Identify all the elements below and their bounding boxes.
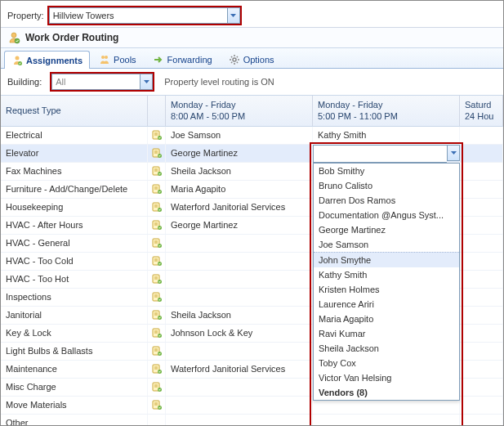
cell-shift1-assignee[interactable]: George Martinez bbox=[166, 145, 313, 162]
col-icon bbox=[148, 96, 166, 126]
dropdown-item[interactable]: Documentation @Angus Syst... bbox=[314, 208, 459, 222]
cell-shift3-assignee[interactable] bbox=[460, 163, 503, 180]
tab-pools[interactable]: Pools bbox=[91, 50, 144, 68]
cell-shift3-assignee[interactable] bbox=[460, 361, 503, 378]
assignee-editor[interactable] bbox=[313, 145, 460, 163]
col-request-type[interactable]: Request Type bbox=[1, 96, 148, 126]
tab-assignments[interactable]: Assignments bbox=[4, 51, 90, 69]
cell-request-type: Move Materials bbox=[1, 397, 148, 414]
cell-request-type: HVAC - General bbox=[1, 235, 148, 252]
dropdown-item[interactable]: Maria Agapito bbox=[314, 312, 459, 326]
svg-marker-16 bbox=[144, 80, 149, 83]
dropdown-item[interactable]: Bruno Calisto bbox=[314, 178, 459, 193]
dropdown-item[interactable]: Darren Dos Ramos bbox=[314, 193, 459, 208]
col-shift-2[interactable]: Monday - Friday 5:00 PM - 11:00 PM bbox=[313, 96, 460, 126]
work-order-icon bbox=[148, 253, 166, 270]
cell-shift3-assignee[interactable] bbox=[460, 343, 503, 360]
cell-shift1-assignee[interactable]: Sheila Jackson bbox=[166, 307, 313, 324]
dropdown-item[interactable]: Kathy Smith bbox=[314, 267, 459, 282]
dropdown-item[interactable]: Kristen Holmes bbox=[314, 282, 459, 297]
building-select-input[interactable] bbox=[51, 74, 140, 90]
cell-request-type: Misc Charge bbox=[1, 379, 148, 396]
cell-shift1-assignee[interactable]: George Martinez bbox=[166, 217, 313, 234]
cell-request-type: Fax Machines bbox=[1, 163, 148, 180]
cell-request-type: Light Bulbs & Ballasts bbox=[1, 343, 148, 360]
forwarding-icon bbox=[153, 54, 164, 65]
property-select-input[interactable] bbox=[49, 7, 227, 24]
cell-shift1-assignee[interactable]: Johnson Lock & Key bbox=[166, 325, 313, 342]
cell-shift3-assignee[interactable] bbox=[460, 181, 503, 198]
cell-shift3-assignee[interactable] bbox=[460, 379, 503, 396]
property-select[interactable] bbox=[49, 7, 240, 24]
dropdown-item[interactable]: George Martinez bbox=[314, 222, 459, 237]
cell-shift3-assignee[interactable] bbox=[460, 289, 503, 306]
work-order-icon bbox=[148, 379, 166, 396]
routing-status-text: Property level routing is ON bbox=[164, 77, 274, 87]
cell-shift3-assignee[interactable] bbox=[460, 325, 503, 342]
svg-line-13 bbox=[236, 61, 237, 62]
work-order-icon bbox=[148, 235, 166, 252]
tab-label: Pools bbox=[114, 55, 136, 65]
table-row[interactable]: ElectricalJoe SamsonKathy Smith bbox=[1, 127, 503, 145]
dropdown-item[interactable]: Ravi Kumar bbox=[314, 326, 459, 341]
building-select[interactable] bbox=[51, 74, 153, 90]
chevron-down-icon[interactable] bbox=[140, 74, 153, 90]
cell-shift2-assignee[interactable]: Kathy Smith bbox=[313, 127, 460, 144]
cell-shift1-assignee[interactable] bbox=[166, 271, 313, 288]
cell-request-type: HVAC - After Hours bbox=[1, 217, 148, 234]
cell-shift3-assignee[interactable] bbox=[460, 235, 503, 252]
tab-strip: Assignments Pools Forwarding Options bbox=[1, 47, 503, 69]
cell-shift3-assignee[interactable] bbox=[460, 217, 503, 234]
cell-request-type: Maintenance bbox=[1, 361, 148, 378]
assignee-editor-input[interactable] bbox=[313, 145, 447, 163]
cell-shift1-assignee[interactable] bbox=[166, 397, 313, 414]
cell-shift3-assignee[interactable] bbox=[460, 199, 503, 216]
work-order-icon bbox=[148, 145, 166, 162]
dropdown-item[interactable]: Joe Samson bbox=[314, 237, 459, 252]
dropdown-item[interactable]: Vendors (8) bbox=[314, 385, 459, 400]
tab-options[interactable]: Options bbox=[221, 50, 282, 68]
cell-shift3-assignee[interactable] bbox=[460, 415, 503, 426]
cell-shift1-assignee[interactable]: Maria Agapito bbox=[166, 181, 313, 198]
tab-label: Assignments bbox=[26, 56, 83, 65]
cell-request-type: HVAC - Too Cold bbox=[1, 253, 148, 270]
cell-shift3-assignee[interactable] bbox=[460, 127, 503, 144]
cell-shift1-assignee[interactable]: Waterford Janitorial Services bbox=[166, 361, 313, 378]
dropdown-item[interactable]: Toby Cox bbox=[314, 356, 459, 370]
cell-shift3-assignee[interactable] bbox=[460, 271, 503, 288]
dropdown-item[interactable]: Sheila Jackson bbox=[314, 341, 459, 356]
cell-shift1-assignee[interactable] bbox=[166, 379, 313, 396]
col-shift-3[interactable]: Saturd 24 Hou bbox=[460, 96, 503, 126]
cell-shift1-assignee[interactable]: Waterford Janitorial Services bbox=[166, 199, 313, 216]
svg-marker-81 bbox=[451, 151, 457, 155]
cell-shift1-assignee[interactable] bbox=[166, 415, 313, 426]
assignee-dropdown-list[interactable]: Bob SmithyBruno CalistoDarren Dos RamosD… bbox=[313, 163, 460, 401]
work-order-icon bbox=[148, 343, 166, 360]
svg-line-12 bbox=[231, 56, 232, 57]
cell-shift3-assignee[interactable] bbox=[460, 253, 503, 270]
cell-shift1-assignee[interactable] bbox=[166, 289, 313, 306]
cell-shift1-assignee[interactable]: Joe Samson bbox=[166, 127, 313, 144]
cell-shift3-assignee[interactable] bbox=[460, 397, 503, 414]
svg-point-1 bbox=[11, 33, 16, 38]
dropdown-item[interactable]: Bob Smithy bbox=[314, 164, 459, 178]
cell-shift1-assignee[interactable] bbox=[166, 253, 313, 270]
chevron-down-icon[interactable] bbox=[227, 7, 240, 24]
cell-request-type: Furniture - Add/Change/Delete bbox=[1, 181, 148, 198]
svg-line-14 bbox=[231, 61, 232, 62]
tab-forwarding[interactable]: Forwarding bbox=[145, 50, 220, 68]
routing-icon bbox=[7, 31, 20, 44]
cell-shift1-assignee[interactable] bbox=[166, 235, 313, 252]
col-shift-1[interactable]: Monday - Friday 8:00 AM - 5:00 PM bbox=[166, 96, 313, 126]
dropdown-item[interactable]: Laurence Ariri bbox=[314, 297, 459, 312]
cell-shift3-assignee[interactable] bbox=[460, 307, 503, 324]
cell-shift1-assignee[interactable]: Sheila Jackson bbox=[166, 163, 313, 180]
table-row[interactable]: Other bbox=[1, 415, 503, 426]
cell-shift2-assignee[interactable] bbox=[313, 415, 460, 426]
cell-shift3-assignee[interactable] bbox=[460, 145, 503, 162]
cell-shift1-assignee[interactable] bbox=[166, 343, 313, 360]
chevron-down-icon[interactable] bbox=[447, 145, 460, 161]
dropdown-item[interactable]: John Smythe bbox=[314, 252, 459, 267]
dropdown-item[interactable]: Victor Van Helsing bbox=[314, 370, 459, 385]
work-order-icon bbox=[148, 127, 166, 144]
